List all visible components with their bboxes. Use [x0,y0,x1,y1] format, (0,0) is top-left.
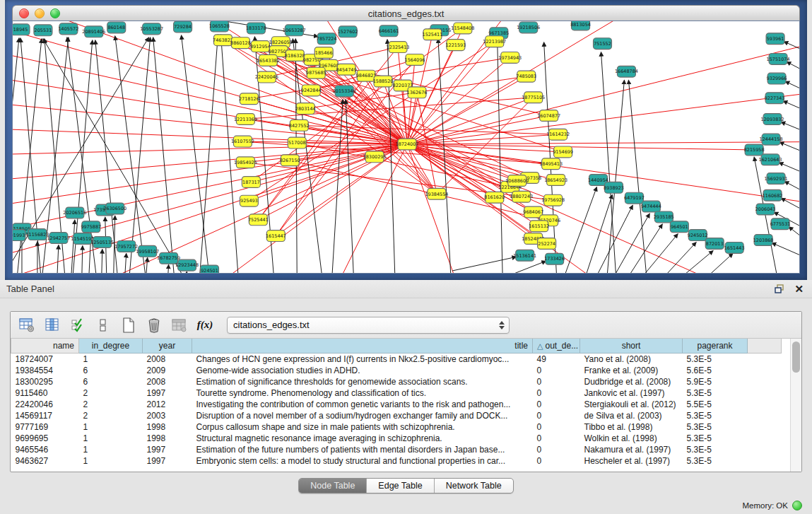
column-header-out_de...[interactable]: △out_de... [533,339,580,354]
graph-node[interactable]: 7857224 [317,33,337,45]
graph-node[interactable]: 19854925 [234,157,257,168]
minimize-window-button[interactable] [35,8,45,18]
graph-node[interactable]: 11156823 [25,229,49,240]
graph-node[interactable]: 16074877 [537,110,560,122]
graph-node[interactable]: 924501 [201,265,219,273]
graph-node[interactable]: 8454749 [336,64,357,75]
graph-node[interactable]: 11548408 [451,23,474,34]
table-row[interactable]: 946362711997Embryonic stem cells: a mode… [11,455,782,467]
graph-node[interactable]: 751552 [594,38,612,49]
graph-node[interactable]: 8161620 [484,192,505,203]
graph-node[interactable]: 12942757 [47,233,70,244]
new-document-icon[interactable] [119,316,138,334]
column-header-title[interactable]: title [192,339,533,354]
graph-node[interactable]: 19218506 [517,22,540,33]
graph-node[interactable]: 18495413 [539,158,563,170]
table-row[interactable]: 1830029562008Estimation of significance … [11,376,782,387]
graph-node[interactable]: 16107552 [231,136,254,147]
graph-node[interactable]: 20206516 [63,207,86,218]
graph-node[interactable]: 517008 [288,137,306,148]
graph-node[interactable]: 10553287 [140,23,163,35]
graph-node[interactable]: 15692931 [765,173,788,185]
graph-node[interactable]: 8215958 [744,144,765,156]
tab-edge-table[interactable]: Edge Table [367,479,434,493]
graph-node[interactable]: 1065528 [209,21,230,32]
graph-node[interactable]: 12923448 [175,259,199,271]
graph-node[interactable]: 18724007 [396,139,419,150]
graph-node[interactable]: 1527602 [338,26,358,37]
graph-node[interactable]: 12213369 [234,114,257,125]
graph-node[interactable]: 1362676 [407,87,428,98]
network-graph[interactable]: 1894520553114055722089140686014810553287… [13,21,799,273]
graph-node[interactable]: 16648784 [615,66,638,77]
table-row[interactable]: 1872400712008Changes of HCN gene express… [11,354,782,366]
graph-node[interactable]: 6775531 [770,218,791,230]
tab-node-table[interactable]: Node Table [299,479,367,493]
graph-node[interactable]: 1833178 [246,23,266,34]
graph-node[interactable]: 2803144 [295,103,316,115]
network-canvas[interactable]: 1894520553114055722089140686014810553287… [12,21,800,274]
graph-node[interactable]: 19734943 [498,52,522,64]
graph-node[interactable]: 16210643 [759,154,782,165]
graph-node[interactable]: 8938923 [604,182,624,193]
graph-node[interactable]: 9242844 [301,85,322,96]
graph-node[interactable]: 18807243 [510,191,533,202]
graph-node[interactable]: 15751074 [767,53,790,64]
column-header-filler[interactable] [748,339,782,354]
graph-node[interactable]: 185466 [314,47,333,59]
graph-node[interactable]: 7525441 [248,214,269,226]
graph-node[interactable]: 8427552 [289,119,310,131]
graph-node[interactable]: 872013 [705,238,724,250]
graph-node[interactable]: 12093832 [761,114,784,125]
table-row[interactable]: 911546021997Tourette syndrome. Phenomeno… [11,387,782,399]
table-row[interactable]: 969969511998Structural magnetic resonanc… [11,433,782,444]
table-settings-icon[interactable] [18,316,36,334]
graph-node[interactable]: 860148 [107,22,126,33]
graph-node[interactable]: 1651443 [724,242,745,253]
float-panel-icon[interactable] [775,284,784,293]
table-row[interactable]: 977716911998Corpus callosum shape and si… [11,421,782,433]
graph-node[interactable]: 593961 [766,33,784,45]
column-header-short[interactable]: short [580,339,683,354]
rows-icon[interactable] [94,316,112,334]
graph-node[interactable]: 18775105 [522,92,545,103]
delete-trash-icon[interactable] [145,316,163,334]
graph-node[interactable]: 1615132 [529,221,549,232]
select-rows-icon[interactable] [69,316,87,334]
graph-node[interactable]: 729284 [174,21,192,33]
column-header-name[interactable]: name [11,339,79,354]
graph-node[interactable]: 2935185 [654,211,674,223]
table-select-dropdown[interactable]: citations_edges.txt [227,317,510,334]
graph-node[interactable]: 6479197 [624,192,645,204]
graph-node[interactable]: 2006043 [755,204,776,215]
graph-node[interactable]: 1564096 [405,54,425,65]
graph-node[interactable]: 6466161 [379,25,399,37]
column-header-year[interactable]: year [143,339,192,354]
scrollbar-thumb[interactable] [792,341,800,373]
graph-node[interactable]: 1525411 [423,29,443,40]
graph-node[interactable]: 9875685 [306,67,326,78]
function-builder-icon[interactable]: f(x) [196,316,214,334]
graph-node[interactable]: 12505135 [90,237,114,248]
graph-node[interactable]: 19958107 [136,245,159,257]
graph-node[interactable]: 1405572 [58,23,78,35]
graph-node[interactable]: 8912954 [250,41,271,52]
graph-node[interactable]: 2718126 [239,93,259,105]
graph-node[interactable]: 8860128 [230,37,251,49]
graph-node[interactable]: 1733426 [544,253,565,264]
graph-node[interactable]: 12444158 [760,134,783,145]
graph-node[interactable]: 16543382 [257,54,280,66]
graph-node[interactable]: 8813054 [570,21,591,30]
graph-node[interactable]: 8186328 [285,50,305,62]
graph-node[interactable]: 22420046 [255,71,278,83]
graph-node[interactable]: 26306500 [103,203,126,214]
graph-node[interactable]: 18654923 [544,175,567,186]
graph-node[interactable]: 1221593 [445,40,466,51]
graph-node[interactable]: 9245012 [688,230,708,241]
graph-node[interactable]: 11614232 [546,129,570,140]
table-scrollbar[interactable] [790,339,801,472]
graph-node[interactable]: 9975887 [81,221,101,233]
close-panel-icon[interactable]: ✕ [794,284,804,294]
tab-network-table[interactable]: Network Table [435,479,513,493]
graph-node[interactable]: 9474444 [641,201,661,212]
